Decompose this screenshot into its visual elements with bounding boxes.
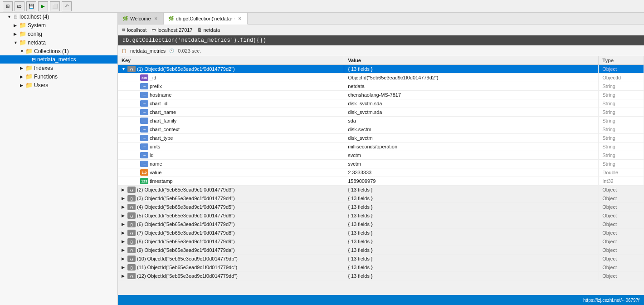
conn-port[interactable]: 🗃 localhost:27017 <box>152 27 192 33</box>
child-key-cell: 1.0value <box>118 168 344 177</box>
table-row[interactable]: ▶{}(6) ObjectId("5eb65e3ead9c1f0d014779d… <box>118 220 644 229</box>
value-cell: { 13 fields } <box>344 229 599 237</box>
table-row[interactable]: ▶{}(12) ObjectId("5eb65e3ead9c1f0d014779… <box>118 272 644 280</box>
child-key-cell: ···prefix <box>118 82 344 91</box>
key-cell: ▶{}(9) ObjectId("5eb65e3ead9c1f0d014779d… <box>118 246 344 255</box>
col-key: Key <box>118 56 344 65</box>
child-type-cell: String <box>599 160 644 168</box>
value-cell: { 13 fields } <box>344 65 599 74</box>
row-arrow: ▶ <box>122 265 126 270</box>
table-row[interactable]: ···chart_contextdisk.svctmString <box>118 125 644 134</box>
table-container[interactable]: Key Value Type ▼{}(1) ObjectId("5eb65e3e… <box>118 56 644 295</box>
collection-result-icon: 📋 <box>122 49 127 53</box>
table-row[interactable]: ▶{}(11) ObjectId("5eb65e3ead9c1f0d014779… <box>118 263 644 272</box>
type-cell: Object <box>599 65 644 74</box>
table-row[interactable]: 123timestamp1589009979Int32 <box>118 177 644 186</box>
arrow-icon: ▶ <box>14 23 19 28</box>
toolbar-stop-btn[interactable]: ⬜ <box>50 1 60 11</box>
table-row[interactable]: ▼{}(1) ObjectId("5eb65e3ead9c1f0d014779d… <box>118 65 644 74</box>
key-cell: ▶{}(12) ObjectId("5eb65e3ead9c1f0d014779… <box>118 272 344 280</box>
table-row[interactable]: ···prefixnetdataString <box>118 82 644 91</box>
arrow-icon: ▶ <box>20 74 25 79</box>
child-value-cell: ObjectId("5eb65e3ead9c1f0d014779d2") <box>344 74 599 82</box>
child-value-cell: disk_svctm.sda <box>344 108 599 117</box>
type-cell: Object <box>599 203 644 212</box>
col-type: Type <box>599 56 644 65</box>
tab-collection[interactable]: 🌿 db.getCollection('netdata··· ✕ <box>164 13 248 25</box>
toolbar-folder-btn[interactable]: 🗁 <box>15 1 24 11</box>
connection-bar: 🖥 localhost 🗃 localhost:27017 🗄 netdata <box>118 25 644 35</box>
type-cell: Object <box>599 229 644 237</box>
table-row[interactable]: ···chart_iddisk_svctm.sdaString <box>118 99 644 108</box>
toolbar-save-btn[interactable]: 💾 <box>26 1 36 11</box>
table-row[interactable]: ···chart_familysdaString <box>118 117 644 125</box>
child-type-cell: Double <box>599 168 644 177</box>
child-type-cell: String <box>599 125 644 134</box>
type-cell: Object <box>599 263 644 272</box>
child-type-cell: String <box>599 143 644 151</box>
child-value-cell: disk_svctm.sda <box>344 99 599 108</box>
child-type-cell: Int32 <box>599 177 644 186</box>
child-type-cell: String <box>599 134 644 143</box>
folder-icon: 📁 <box>25 48 33 54</box>
table-row[interactable]: ▶{}(9) ObjectId("5eb65e3ead9c1f0d014779d… <box>118 246 644 255</box>
table-row[interactable]: ▶{}(2) ObjectId("5eb65e3ead9c1f0d014779d… <box>118 186 644 194</box>
conn-db[interactable]: 🗄 netdata <box>198 27 220 33</box>
table-row[interactable]: ▶{}(7) ObjectId("5eb65e3ead9c1f0d014779d… <box>118 229 644 237</box>
folder-icon: 📁 <box>19 39 26 46</box>
toolbar-run-btn[interactable]: ▶ <box>38 1 48 11</box>
child-value-cell: disk.svctm <box>344 125 599 134</box>
sidebar-item-functions[interactable]: ▶ 📁 Functions <box>0 72 117 81</box>
toolbar: ⊞ 🗁 💾 ▶ ⬜ ↶ <box>0 0 644 13</box>
sidebar-item-netdata[interactable]: ▼ 📁 netdata <box>0 38 117 47</box>
key-cell: ▶{}(5) ObjectId("5eb65e3ead9c1f0d014779d… <box>118 212 344 220</box>
status-bar: https://lzj.cezhi.net/···06797f <box>118 295 644 305</box>
sidebar-item-localhost[interactable]: ▼ 🖥 localhost (4) <box>0 13 117 21</box>
type-cell: Object <box>599 186 644 194</box>
sidebar-item-system[interactable]: ▶ 📁 System <box>0 21 117 30</box>
tab-welcome[interactable]: 🌿 Welcome ✕ <box>118 13 164 24</box>
table-row[interactable]: ···unitsmilliseconds/operationString <box>118 143 644 151</box>
table-row[interactable]: ···idsvctmString <box>118 151 644 160</box>
sidebar-item-users[interactable]: ▶ 📁 Users <box>0 81 117 89</box>
row-arrow: ▶ <box>122 239 126 244</box>
toolbar-grid-btn[interactable]: ⊞ <box>3 1 13 11</box>
table-row[interactable]: ···chart_typedisk_svctmString <box>118 134 644 143</box>
child-value-cell: svctm <box>344 151 599 160</box>
value-cell: { 13 fields } <box>344 186 599 194</box>
table-row[interactable]: ▶{}(8) ObjectId("5eb65e3ead9c1f0d014779d… <box>118 237 644 246</box>
child-key-cell: ···chart_id <box>118 99 344 108</box>
child-value-cell: chenshaolang-MS-7817 <box>344 91 599 99</box>
child-value-cell: netdata <box>344 82 599 91</box>
sidebar-item-collections[interactable]: ▼ 📁 Collections (1) <box>0 47 117 55</box>
conn-host[interactable]: 🖥 localhost <box>122 27 146 33</box>
tab-welcome-close[interactable]: ✕ <box>153 16 159 21</box>
child-value-cell: disk_svctm <box>344 134 599 143</box>
table-row[interactable]: ▶{}(5) ObjectId("5eb65e3ead9c1f0d014779d… <box>118 212 644 220</box>
tab-collection-close[interactable]: ✕ <box>237 16 243 21</box>
table-row[interactable]: ···hostnamechenshaolang-MS-7817String <box>118 91 644 99</box>
folder-icon: 📁 <box>25 73 33 80</box>
table-row[interactable]: ▶{}(3) ObjectId("5eb65e3ead9c1f0d014779d… <box>118 194 644 203</box>
collection-icon: ⊟ <box>32 57 36 63</box>
content-area: 🌿 Welcome ✕ 🌿 db.getCollection('netdata·… <box>118 13 644 305</box>
row-arrow: ▶ <box>122 213 126 218</box>
child-value-cell: milliseconds/operation <box>344 143 599 151</box>
value-cell: { 13 fields } <box>344 203 599 212</box>
child-type-cell: ObjectId <box>599 74 644 82</box>
sidebar-item-netdata-metrics[interactable]: ⊟ netdata_metrics <box>0 55 117 64</box>
table-row[interactable]: oid_idObjectId("5eb65e3ead9c1f0d014779d2… <box>118 74 644 82</box>
query-text: db.getCollection('netdata_metrics').find… <box>122 37 266 44</box>
child-key-cell: ···units <box>118 143 344 151</box>
sidebar-item-indexes[interactable]: ▶ 📁 Indexes <box>0 64 117 72</box>
table-row[interactable]: ···chart_namedisk_svctm.sdaString <box>118 108 644 117</box>
table-row[interactable]: ▶{}(10) ObjectId("5eb65e3ead9c1f0d014779… <box>118 255 644 263</box>
key-cell: ▶{}(7) ObjectId("5eb65e3ead9c1f0d014779d… <box>118 229 344 237</box>
toolbar-undo-btn[interactable]: ↶ <box>62 1 72 11</box>
table-row[interactable]: 1.0value2.3333333Double <box>118 168 644 177</box>
table-row[interactable]: ▶{}(4) ObjectId("5eb65e3ead9c1f0d014779d… <box>118 203 644 212</box>
table-row[interactable]: ···namesvctmString <box>118 160 644 168</box>
value-cell: { 13 fields } <box>344 263 599 272</box>
sidebar-item-config[interactable]: ▶ 📁 config <box>0 30 117 38</box>
sidebar-item-label: System <box>28 22 46 29</box>
